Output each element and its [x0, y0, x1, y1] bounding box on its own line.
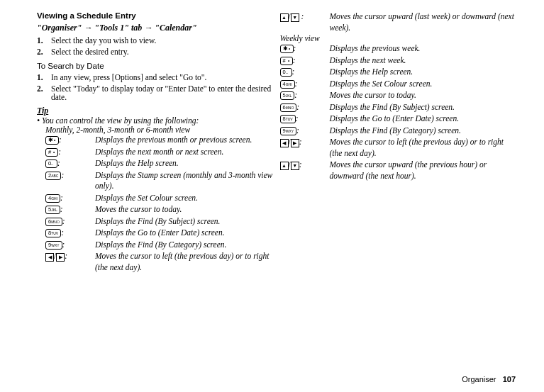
six-key-icon: 6MNO: [45, 218, 62, 226]
key-icon-cell: 4GHI:: [280, 79, 330, 90]
zero-key-icon: 0⎵: [280, 68, 292, 77]
tip-bullet: • You can control the view by using the …: [37, 116, 273, 125]
key-icon-cell: 0⎵:: [280, 67, 330, 78]
nine-key-icon: 9WXY: [280, 127, 297, 135]
step-text: In any view, press [Options] and select …: [51, 73, 273, 82]
key-row: ▲/▼ : Moves the cursor upward (last week…: [280, 11, 516, 33]
key-row: ◀/▶:Moves the cursor to left (the previo…: [37, 251, 273, 273]
four-key-icon: 4GHI: [45, 194, 60, 203]
key-row: 0⎵:Displays the Help screen.: [37, 158, 273, 169]
search-heading: To Search by Date: [37, 62, 273, 70]
key-desc: Displays the Stamp screen (monthly and 3…: [95, 170, 273, 192]
key-row: 2ABC:Displays the Stamp screen (monthly …: [37, 170, 273, 192]
view-label-monthly: Monthly, 2-month, 3-month or 6-month vie…: [45, 125, 273, 134]
down-arrow-icon: ▼: [291, 162, 299, 170]
eight-key-icon: 8TUV: [45, 229, 61, 237]
key-icon-cell: ▲/▼ :: [280, 11, 330, 33]
key-icon-cell: 4GHI:: [37, 193, 95, 204]
step-row: 1. In any view, press [Options] and sele…: [37, 73, 273, 82]
up-arrow-icon: ▲: [280, 162, 289, 170]
step-text: Select the day you wish to view.: [51, 36, 273, 45]
step-row: 2. Select "Today" to display today or "E…: [37, 84, 273, 101]
key-icon-cell: # ⚬:: [37, 147, 95, 158]
key-desc: Moves the cursor to left (the previous d…: [330, 137, 516, 159]
key-desc: Moves the cursor to left (the previous d…: [95, 251, 273, 273]
key-desc: Displays the Find (By Category) screen.: [330, 125, 516, 137]
step-row: 2. Select the desired entry.: [37, 47, 273, 56]
right-arrow-icon: ▶: [291, 139, 299, 147]
key-row: 9WXY:Displays the Find (By Category) scr…: [37, 240, 273, 251]
key-icon-cell: 6MNO:: [37, 216, 95, 228]
down-arrow-icon: ▼: [291, 13, 299, 22]
star-key-icon: ✱⚬: [45, 136, 59, 145]
key-desc: Displays the Go to (Enter Date) screen.: [330, 113, 516, 125]
key-desc: Displays the next week.: [330, 55, 516, 67]
key-row: ◀/▶:Moves the cursor to left (the previo…: [280, 137, 516, 159]
four-key-icon: 4GHI: [280, 80, 295, 89]
key-icon-cell: 8TUV:: [280, 113, 330, 125]
key-icon-cell: 2ABC:: [37, 170, 95, 192]
step-number: 1.: [37, 36, 51, 45]
page-title: Viewing a Schedule Entry: [37, 11, 273, 20]
right-column: ▲/▼ : Moves the cursor upward (last week…: [280, 11, 516, 274]
six-key-icon: 6MNO: [280, 103, 297, 112]
key-row: 4GHI:Displays the Set Colour screen.: [280, 79, 516, 90]
right-arrow-icon: ▶: [56, 253, 65, 262]
key-icon-cell: 9WXY:: [280, 125, 330, 137]
key-desc: Moves the cursor to today.: [95, 204, 273, 215]
key-row: 8TUV:Displays the Go to (Enter Date) scr…: [280, 113, 516, 125]
key-icon-cell: ◀/▶:: [280, 137, 330, 159]
up-arrow-icon: ▲: [280, 13, 289, 22]
five-key-icon: 5JKL: [280, 91, 295, 100]
hash-key-icon: # ⚬: [280, 57, 293, 65]
key-icon-cell: # ⚬:: [280, 55, 330, 67]
view-label-weekly: Weekly view: [280, 34, 516, 43]
key-desc: Displays the Set Colour screen.: [95, 193, 273, 204]
key-icon-cell: ▲/▼:: [280, 159, 330, 181]
key-icon-cell: 0⎵:: [37, 158, 95, 169]
key-row: ✱⚬:Displays the previous month or previo…: [37, 135, 273, 146]
left-arrow-icon: ◀: [280, 139, 289, 147]
key-desc: Moves the cursor to today.: [330, 90, 516, 101]
step-number: 2.: [37, 47, 51, 56]
key-row: 8TUV:Displays the Go to (Enter Date) scr…: [37, 228, 273, 239]
step-number: 2.: [37, 84, 51, 101]
tip-label: Tip: [37, 106, 273, 116]
key-icon-cell: 9WXY:: [37, 240, 95, 251]
key-row: 4GHI:Displays the Set Colour screen.: [37, 193, 273, 204]
key-desc: Displays the previous month or previous …: [95, 135, 273, 146]
monthly-key-list: ✱⚬:Displays the previous month or previo…: [37, 135, 273, 273]
key-desc: Moves the cursor upward (the previous ho…: [330, 159, 516, 181]
key-row: 5JKL:Moves the cursor to today.: [280, 90, 516, 101]
breadcrumb: "Organiser" → "Tools 1" tab → "Calendar": [37, 23, 273, 33]
key-icon-cell: ✱⚬:: [37, 135, 95, 146]
left-arrow-icon: ◀: [45, 253, 54, 262]
key-row: 6MNO:Displays the Find (By Subject) scre…: [37, 216, 273, 228]
key-desc: Displays the previous week.: [330, 43, 516, 55]
key-desc: Displays the Find (By Subject) screen.: [95, 216, 273, 228]
step-row: 1. Select the day you wish to view.: [37, 36, 273, 45]
eight-key-icon: 8TUV: [280, 115, 296, 123]
key-icon-cell: 5JKL:: [37, 204, 95, 215]
key-row: ▲/▼:Moves the cursor upward (the previou…: [280, 159, 516, 181]
key-desc: Displays the next month or next screen.: [95, 147, 273, 158]
nine-key-icon: 9WXY: [45, 241, 62, 250]
step-text: Select the desired entry.: [51, 47, 273, 56]
key-row: # ⚬:Displays the next month or next scre…: [37, 147, 273, 158]
key-icon-cell: 8TUV:: [37, 228, 95, 239]
key-desc: Displays the Help screen.: [95, 158, 273, 169]
key-row: 6MNO:Displays the Find (By Subject) scre…: [280, 102, 516, 113]
key-desc: Displays the Set Colour screen.: [330, 79, 516, 90]
key-row: 9WXY:Displays the Find (By Category) scr…: [280, 125, 516, 137]
key-icon-cell: ✱⚬:: [280, 43, 330, 55]
key-desc: Displays the Go to (Enter Date) screen.: [95, 228, 273, 239]
key-desc: Displays the Find (By Category) screen.: [95, 240, 273, 251]
two-key-icon: 2ABC: [45, 172, 61, 180]
weekly-key-list: ✱⚬:Displays the previous week.# ⚬:Displa…: [280, 43, 516, 181]
footer-section: Organiser: [462, 375, 496, 383]
key-row: # ⚬:Displays the next week.: [280, 55, 516, 67]
five-key-icon: 5JKL: [45, 206, 60, 214]
key-row: 0⎵:Displays the Help screen.: [280, 67, 516, 78]
star-key-icon: ✱⚬: [280, 45, 294, 53]
key-row: 5JKL:Moves the cursor to today.: [37, 204, 273, 215]
